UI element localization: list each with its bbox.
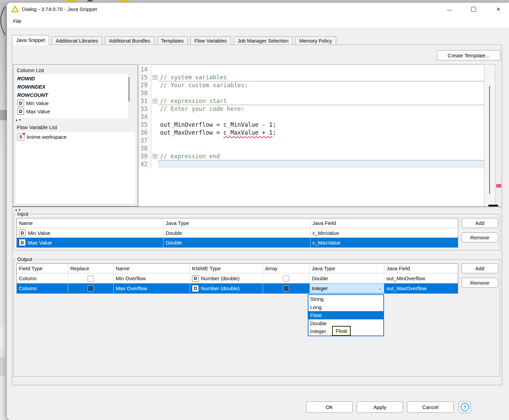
col-header-field-type[interactable]: Field Type	[17, 264, 68, 273]
line-number: 36	[139, 129, 152, 137]
tab-additional-bundles[interactable]: Additional Bundles	[105, 36, 154, 45]
output-add-button[interactable]: Add	[462, 263, 498, 273]
col-header-knime-type[interactable]: KNIME Type	[190, 264, 263, 273]
flow-variable-list[interactable]: S knime.workspace	[16, 132, 135, 203]
code-line-current[interactable]: 42	[139, 160, 484, 168]
dropdown-option-float-highlighted[interactable]: Float	[308, 311, 383, 319]
dropdown-option-long[interactable]: Long	[308, 303, 383, 311]
column-list-item-rowindex[interactable]: ROWINDEX	[16, 82, 128, 91]
col-header-java-type[interactable]: Java Type	[163, 218, 310, 228]
tab-additional-libraries[interactable]: Additional Libraries	[52, 36, 102, 45]
fold-expand-icon[interactable]: +	[153, 75, 157, 80]
desktop-background-top	[0, 0, 509, 3]
flow-variable-item-knime-workspace[interactable]: S knime.workspace	[16, 132, 135, 141]
title-bar[interactable]: Dialog - 3:74:0:70 - Java Snippet — ✕	[7, 3, 509, 16]
code-text: out_MinOverflow = c_MinValue - 1;	[158, 121, 484, 129]
code-line[interactable]: 35 out_MinOverflow = c_MinValue - 1;	[139, 121, 484, 129]
input-add-button[interactable]: Add	[462, 218, 498, 228]
java-type-combobox[interactable]: Integer ⌄	[310, 283, 385, 293]
line-number: 37	[139, 137, 152, 145]
help-button[interactable]: ?	[459, 401, 471, 413]
array-checkbox[interactable]	[283, 285, 289, 292]
tab-job-manager-selection[interactable]: Job Manager Selection	[234, 36, 293, 45]
background-connector-curve	[0, 6, 7, 37]
output-row-min-overflow[interactable]: Column Min Overflow D Number (double) Do…	[17, 273, 458, 283]
code-line[interactable]: 36 out_MaxOverflow = c_MaxValue + 1;	[139, 129, 484, 137]
cancel-button[interactable]: Cancel	[407, 401, 454, 413]
output-row-max-overflow-selected[interactable]: Column Max Overflow D Number (double) In…	[17, 283, 458, 293]
line-number: 31	[139, 97, 152, 105]
col-header-java-field[interactable]: Java Field	[384, 264, 458, 273]
editor-scrollbar-thumb[interactable]	[489, 86, 490, 194]
code-text: // expression start	[158, 97, 484, 105]
double-type-icon: D	[192, 275, 199, 282]
tab-flow-variables[interactable]: Flow Variables	[190, 36, 231, 45]
code-line[interactable]: 38	[139, 145, 484, 152]
code-text	[158, 145, 484, 152]
array-checkbox[interactable]	[283, 275, 289, 282]
replace-checkbox[interactable]	[88, 275, 94, 282]
code-line[interactable]: 14	[139, 66, 484, 73]
code-line[interactable]: 37	[139, 137, 484, 145]
column-list[interactable]: ROWID ROWINDEX ROWCOUNT D Min Value D Ma…	[16, 74, 128, 118]
col-header-java-field[interactable]: Java Field	[310, 218, 458, 228]
editor-scrollbar-track[interactable]	[484, 64, 495, 207]
code-line[interactable]: 34	[139, 113, 484, 121]
col-header-name[interactable]: Name	[114, 264, 190, 273]
code-line[interactable]: 30	[139, 89, 484, 97]
error-stripe-marker[interactable]	[496, 184, 501, 188]
code-editor[interactable]: 14 15 + // system variables 29 // Your c…	[138, 64, 484, 207]
input-remove-button[interactable]: Remove	[462, 232, 498, 242]
input-row-max-value-selected[interactable]: D Max Value Double c_MaxValue	[17, 238, 458, 247]
string-flow-variable-icon: S	[17, 133, 24, 140]
input-group: Input Name Java Type Java Field D Min Va…	[13, 211, 500, 250]
java-snippet-tab-panel: Create Template... Column List ROWID ROW…	[12, 45, 502, 385]
col-header-java-type[interactable]: Java Type	[310, 264, 385, 273]
fold-expand-icon[interactable]: +	[153, 154, 157, 159]
ok-button[interactable]: OK	[306, 401, 353, 413]
dropdown-option-string[interactable]: String	[308, 295, 383, 303]
code-line[interactable]: 33 // Enter your code here:	[139, 105, 484, 113]
column-list-scrollbar[interactable]	[128, 77, 129, 102]
flow-variable-list-title: Flow Variable List	[17, 124, 57, 130]
maximize-button[interactable]	[466, 4, 482, 14]
col-header-array[interactable]: Array	[263, 264, 310, 273]
list-splitter-handle[interactable]: ▲▼	[15, 118, 22, 122]
background-fragment	[0, 110, 7, 120]
code-line[interactable]: 31 + // expression start	[139, 97, 484, 105]
code-text	[158, 66, 484, 73]
column-list-item-rowcount[interactable]: ROWCOUNT	[16, 91, 128, 99]
input-row-min-value[interactable]: D Min Value Double c_MinValue	[17, 228, 458, 238]
output-group: Output Field Type Replace Name KNIME Typ…	[13, 257, 500, 377]
tab-strip: Java Snippet Additional Libraries Additi…	[12, 35, 337, 45]
code-line[interactable]: 15 + // system variables	[139, 73, 484, 81]
background-fragment	[0, 357, 5, 376]
output-remove-button[interactable]: Remove	[462, 278, 498, 288]
code-text: out_MaxOverflow = c_MaxValue + 1;	[158, 129, 484, 137]
code-text: // expression end	[158, 152, 484, 160]
tab-templates[interactable]: Templates	[157, 36, 188, 45]
code-line[interactable]: 39 + // expression end	[139, 152, 484, 160]
output-table-header: Field Type Replace Name KNIME Type Array…	[17, 264, 458, 273]
apply-button[interactable]: Apply	[357, 401, 403, 413]
create-template-button[interactable]: Create Template...	[437, 50, 500, 60]
column-list-item-min-value[interactable]: D Min Value	[16, 99, 128, 107]
column-list-item-rowid[interactable]: ROWID	[16, 74, 128, 82]
col-header-replace[interactable]: Replace	[68, 264, 114, 273]
replace-checkbox[interactable]	[88, 285, 94, 292]
code-text: // Your custom variables:	[158, 81, 484, 89]
tab-java-snippet[interactable]: Java Snippet	[12, 35, 49, 45]
background-node-fragment	[118, 0, 129, 1]
code-line[interactable]: 29 // Your custom variables:	[139, 81, 484, 89]
col-header-name[interactable]: Name	[17, 218, 163, 228]
tab-memory-policy[interactable]: Memory Policy	[295, 36, 336, 45]
code-text: // Enter your code here:	[158, 105, 484, 113]
horizontal-splitter[interactable]	[12, 206, 501, 210]
column-list-title: Column List	[17, 67, 44, 73]
double-type-icon: D	[19, 229, 26, 236]
fold-expand-icon[interactable]: +	[153, 99, 157, 103]
menu-file[interactable]: File	[10, 17, 25, 25]
column-list-item-max-value[interactable]: D Max Value	[16, 107, 128, 115]
minimize-button[interactable]: —	[442, 4, 457, 14]
close-button[interactable]: ✕	[490, 4, 506, 14]
